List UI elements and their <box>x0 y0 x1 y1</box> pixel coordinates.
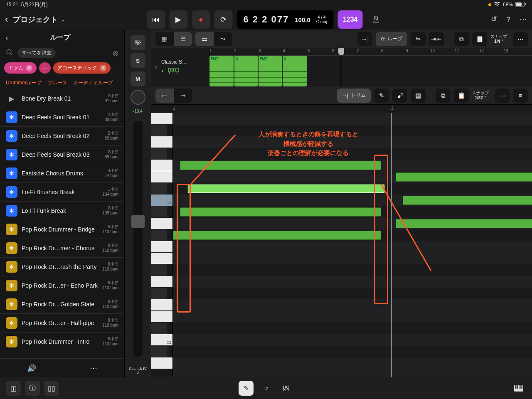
filter-icon[interactable]: ◎ <box>113 49 118 57</box>
brightness-button[interactable]: ☼ <box>259 381 273 396</box>
arrange-more-button[interactable]: ⋯ <box>513 32 528 46</box>
search-icon[interactable] <box>6 49 13 58</box>
edit-tool[interactable]: ✎ <box>239 381 254 396</box>
layout-button[interactable]: ▯▯ <box>44 381 59 396</box>
list-button[interactable]: ≡ <box>513 89 528 103</box>
pianoroll-toolbar: ▭ ⤳ →| トリム ✎ 🖌 ▤ ⧉ 📋 スナップ1/32 ˅ ⋯ ≡ <box>151 86 532 105</box>
midi-note[interactable] <box>180 207 381 217</box>
trim-mode-button[interactable]: →| トリム <box>337 89 371 103</box>
view-list-button[interactable]: ☰ <box>174 32 192 46</box>
pianoroll[interactable]: C3C2 人が演奏するときの癖を再現すると機械感が軽減する楽器ごとの理解が必要に… <box>151 113 532 377</box>
loop-item[interactable]: ▶ Bone Dry Break 01 2小節91 bpm <box>0 89 124 108</box>
undo-button[interactable]: ↺ <box>491 15 497 25</box>
solo-button[interactable]: S <box>131 53 145 68</box>
cycle-button[interactable]: ⟳ <box>214 10 232 29</box>
back-button[interactable]: ‹ <box>5 14 8 25</box>
record-button[interactable]: ● <box>192 10 210 29</box>
pan-knob[interactable] <box>131 90 145 105</box>
battery-icon <box>515 2 526 8</box>
midi-region[interactable]: FM7 <box>209 56 234 86</box>
loop-item[interactable]: ✻ Pop Rock Drummer - Intro 8小節110 bpm <box>0 332 124 351</box>
lcd-display[interactable]: 6 2 2 077 100.0 4 / 4C maj <box>236 10 333 29</box>
mute-button[interactable]: M <box>131 71 145 86</box>
track-header[interactable]: 2 Classic S… ● <box>151 48 209 86</box>
loop-item[interactable]: ✻ Eastside Chorus Drums 4小節74 bpm <box>0 164 124 182</box>
loop-meta: 8小節110 bpm <box>102 224 118 234</box>
loop-item[interactable]: ✻ Pop Rock Dr…er - Half-pipe 8小節110 bpm <box>0 313 124 332</box>
loop-item[interactable]: ✻ Deep Feels Soul Break 02 2小節89 bpm <box>0 126 124 145</box>
paste-button[interactable]: 📋 <box>454 89 469 103</box>
midi-region[interactable]: C <box>283 56 307 86</box>
browser-more-button[interactable]: ⋯ <box>90 364 97 373</box>
tag-drum[interactable]: ドラム✕ <box>4 62 37 74</box>
automation-tool[interactable]: ⤳ <box>174 89 192 103</box>
loop-mode-button[interactable]: ⟳ ループ <box>376 32 407 46</box>
volume-fader[interactable] <box>133 121 143 357</box>
inbox-button[interactable]: ◫ <box>6 381 21 396</box>
loop-name: Pop Rock Dr…Golden State <box>22 301 98 308</box>
midi-region[interactable]: FM7 <box>259 56 282 86</box>
automation-tool[interactable]: ⤳ <box>214 32 232 46</box>
midi-note[interactable] <box>173 231 381 240</box>
split-button[interactable]: ⇥⇤ <box>429 32 444 46</box>
midi-note[interactable] <box>396 219 532 228</box>
help-button[interactable]: ？ <box>505 15 512 25</box>
count-in-button[interactable]: 1234 <box>338 10 363 29</box>
loop-icon: ✻ <box>6 205 17 217</box>
velocity-tool[interactable]: ▤ <box>411 89 426 103</box>
svg-point-3 <box>7 49 11 54</box>
loop-item[interactable]: ✻ Pop Rock Drummer - Bridge 8小節110 bpm <box>0 220 124 239</box>
copy-button[interactable]: ⧉ <box>436 89 451 103</box>
join-button[interactable]: →| <box>357 32 372 46</box>
rewind-button[interactable]: ⏮ <box>147 10 165 29</box>
clear-all-button[interactable]: すべてを消去 <box>17 48 56 58</box>
volume-icon[interactable]: 🔊 <box>27 364 36 373</box>
midi-note[interactable] <box>396 172 532 182</box>
loop-icon: ✻ <box>6 186 17 198</box>
pianoroll-ruler[interactable]: 12 <box>151 105 532 113</box>
settings-button[interactable] <box>131 35 145 50</box>
loop-item[interactable]: ✻ Pop Rock Dr…Golden State 8小節110 bpm <box>0 295 124 313</box>
loop-subtabs[interactable]: Drummerループ ブルース オーディオループ <box>0 77 124 89</box>
loop-item[interactable]: ✻ Lo-Fi Funk Break 2小節105 bpm <box>0 201 124 220</box>
midi-region[interactable]: G <box>234 56 258 86</box>
midi-note[interactable] <box>187 184 385 193</box>
keyboard-button[interactable] <box>511 381 526 396</box>
midi-note[interactable] <box>403 196 532 205</box>
more-button[interactable]: ⋯ <box>520 15 527 25</box>
loop-item[interactable]: ✻ Pop Rock Dr…rash the Party 8小節110 bpm <box>0 257 124 276</box>
loop-meta: 2小節91 bpm <box>105 94 118 103</box>
paste-button[interactable]: 📋 <box>472 32 487 46</box>
instrument-icon <box>167 66 179 76</box>
svg-rect-7 <box>168 68 178 72</box>
scissors-button[interactable]: ✂ <box>411 32 426 46</box>
loop-list[interactable]: ▶ Bone Dry Break 01 2小節91 bpm✻ Deep Feel… <box>0 89 124 358</box>
close-icon[interactable]: ✕ <box>100 65 106 71</box>
project-title[interactable]: プロジェクト⌄ <box>13 15 65 25</box>
loop-item[interactable]: ✻ Deep Feels Soul Break 03 2小節89 bpm <box>0 145 124 164</box>
snap-display[interactable]: スナップ1/4 ˅ <box>490 34 507 44</box>
loop-item[interactable]: ✻ Deep Feels Soul Break 01 2小節89 bpm <box>0 108 124 126</box>
loop-icon: ✻ <box>6 111 17 123</box>
arrange-area[interactable]: 2 Classic S… ● 12345678910111213 FM7GFM7… <box>151 48 532 86</box>
loop-name: Deep Feels Soul Break 02 <box>22 133 101 139</box>
region-tool[interactable]: ▭ <box>155 89 174 103</box>
loop-item[interactable]: ✻ Pop Rock Dr…er - Echo Park 8小節110 bpm <box>0 276 124 295</box>
mixer-button[interactable] <box>278 381 293 396</box>
info-button[interactable]: ⓘ <box>25 381 40 396</box>
loop-icon: ▶ <box>6 93 17 104</box>
close-icon[interactable]: ✕ <box>26 65 32 71</box>
snap-display[interactable]: スナップ1/32 ˅ <box>472 91 489 101</box>
loop-item[interactable]: ✻ Pop Rock Dr…mer - Chorus 8小節110 bpm <box>0 239 124 257</box>
pianoroll-more-button[interactable]: ⋯ <box>495 89 510 103</box>
tag-more[interactable]: ⋯ <box>39 62 51 74</box>
copy-button[interactable]: ⧉ <box>454 32 469 46</box>
view-grid-button[interactable]: ▦ <box>155 32 174 46</box>
brush-tool[interactable]: 🖌 <box>392 89 407 103</box>
loop-item[interactable]: ✻ Lo-Fi Brushes Break 1小節104 bpm <box>0 182 124 201</box>
tag-acoustic[interactable]: アコースティック✕ <box>53 62 111 74</box>
pencil-tool[interactable]: ✎ <box>374 89 389 103</box>
play-button[interactable]: ▶ <box>169 10 187 29</box>
metronome-button[interactable] <box>367 10 385 29</box>
region-tool[interactable]: ▭ <box>195 32 214 46</box>
